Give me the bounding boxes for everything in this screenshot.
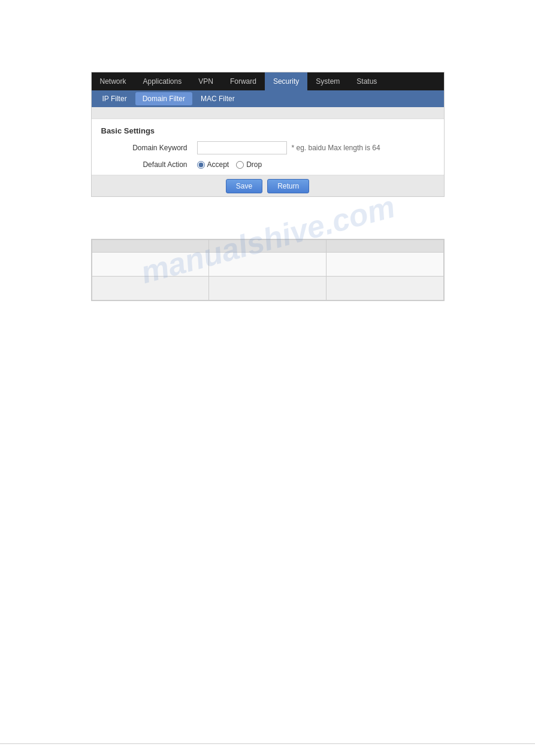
radio-group: Accept Drop	[197, 160, 262, 169]
table-header-col3	[326, 240, 443, 253]
table-cell-1-1	[92, 253, 209, 277]
table-cell-2-1	[92, 277, 209, 300]
sub-tab-bar: IP Filter Domain Filter MAC Filter	[92, 90, 444, 107]
domain-keyword-hint: * eg. baidu Max length is 64	[292, 144, 380, 152]
data-table-wrapper	[91, 239, 445, 301]
tab-ip-filter[interactable]: IP Filter	[95, 92, 134, 105]
nav-forward[interactable]: Forward	[222, 72, 265, 90]
table-cell-2-2	[209, 277, 327, 300]
nav-system[interactable]: System	[307, 72, 348, 90]
section-title: Basic Settings	[101, 126, 434, 135]
domain-keyword-input[interactable]	[197, 141, 287, 154]
table-header-col2	[209, 240, 327, 253]
bottom-line	[0, 743, 535, 744]
table-header-col1	[92, 240, 209, 253]
accept-radio[interactable]	[197, 161, 205, 169]
domain-keyword-label: Domain Keyword	[101, 144, 197, 152]
tab-domain-filter[interactable]: Domain Filter	[135, 92, 192, 105]
table-cell-1-3	[326, 253, 443, 277]
nav-vpn[interactable]: VPN	[190, 72, 222, 90]
nav-network[interactable]: Network	[92, 72, 135, 90]
save-button[interactable]: Save	[226, 179, 262, 193]
drop-radio[interactable]	[236, 161, 244, 169]
nav-status[interactable]: Status	[348, 72, 385, 90]
table-header-row	[92, 240, 443, 253]
return-button[interactable]: Return	[267, 179, 309, 193]
action-bar: Save Return	[92, 175, 444, 196]
table-row	[92, 277, 443, 300]
content-area: Basic Settings Domain Keyword * eg. baid…	[92, 119, 444, 169]
accept-label: Accept	[207, 160, 229, 169]
router-panel: Network Applications VPN Forward Securit…	[91, 72, 445, 197]
default-action-label: Default Action	[101, 160, 197, 169]
domain-keyword-control: * eg. baidu Max length is 64	[197, 141, 380, 154]
table-cell-2-3	[326, 277, 443, 300]
drop-label: Drop	[246, 160, 262, 169]
data-table	[92, 239, 444, 300]
default-action-row: Default Action Accept Drop	[101, 160, 434, 169]
tab-mac-filter[interactable]: MAC Filter	[194, 92, 242, 105]
nav-bar: Network Applications VPN Forward Securit…	[92, 72, 444, 90]
domain-keyword-row: Domain Keyword * eg. baidu Max length is…	[101, 141, 434, 154]
table-row	[92, 253, 443, 277]
accept-radio-label[interactable]: Accept	[197, 160, 229, 169]
nav-security[interactable]: Security	[265, 72, 307, 90]
default-action-control: Accept Drop	[197, 160, 262, 169]
separator-bar	[92, 107, 444, 119]
table-cell-1-2	[209, 253, 327, 277]
nav-applications[interactable]: Applications	[135, 72, 191, 90]
drop-radio-label[interactable]: Drop	[236, 160, 262, 169]
